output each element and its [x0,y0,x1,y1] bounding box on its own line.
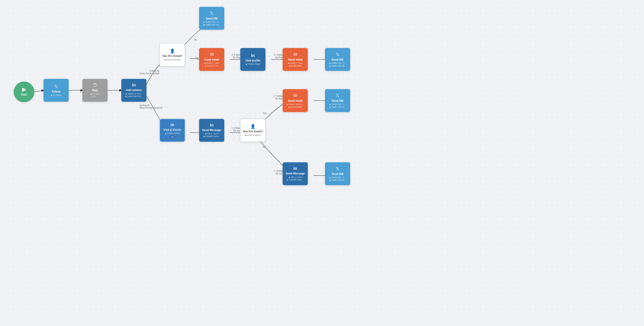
twitter-icon-mid: 𝕏 [336,93,340,98]
visit-enrich-title: Visit & Enrich [164,128,181,131]
send-email-1-sub2: Email #7770 [204,65,219,67]
linkedin-icon-msg1: in [210,123,214,128]
send-dm-mid-sub2: Twitter DM #a... [329,106,346,109]
has-pro-email-2-title: Has Pro Email? [243,130,263,133]
send-email-1-node[interactable]: ✉ Send email Email 1 - Sent Email #7770 [199,48,224,71]
wait-sub1: #2 Wait [90,93,99,96]
send-message-bot-sub1: DM 1 - Sent [287,176,304,179]
send-dm-right1-sub2: Twitter DM #6i... [329,65,346,67]
send-message-bot-sub2: Linkedin mess... [287,179,304,181]
has-pro-email-1-node[interactable]: 👤 Has Pro Email? Email Checked [160,43,185,66]
has-pro-email-2-node[interactable]: 👤 Has Pro Email? Email Checked [240,119,266,142]
label-yes: Yes [195,57,199,59]
send-dm-top-node[interactable]: 𝕏 Send DM Twitter DM - S... Twitter DM #… [199,7,224,30]
email-icon-mid: ✉ [294,93,297,98]
visit-profile-sub: Profile Visited [246,63,260,66]
start-node[interactable]: ▶ Start [14,82,34,102]
label-yes-2: Yes [263,112,266,114]
label-invite-not-accepted: If After 4d Invite Not Accepted [140,70,159,75]
visit-enrich-node[interactable]: in Visit & Enrich Profile Visited Old [160,119,185,142]
follow-node[interactable]: 𝕏 Follow #1 Follow [44,79,69,102]
send-email-mid-sub1: Email 1 post D... [286,103,304,106]
send-email-1-sub1: Email 1 - Sent [204,62,219,65]
twitter-icon-top: 𝕏 [210,10,214,16]
send-dm-bot-node[interactable]: 𝕏 Send DM Twitter DM - S... Twitter DM #… [325,162,350,185]
email-icon-2: ✉ [294,52,297,57]
twitter-icon-right1: 𝕏 [336,52,340,57]
visit-enrich-badge: Old [170,136,174,138]
send-dm-right1-sub1: Twitter DM - S... [329,62,346,65]
wait-sub2: ⏱2d [90,95,99,98]
send-message-1-node[interactable]: in Send Message DM 1 - Sent Linkedin mes… [199,119,224,142]
send-message-1-sub1: DM 1 - Sent [203,133,220,135]
wait-node[interactable]: ⏱ Wait #2 Wait ⏱2d [82,79,108,102]
send-message-1-title: Send Message [202,128,221,132]
send-message-bot-title: Send Message [286,172,304,175]
person-check-icon-2: 👤 [250,124,256,129]
twitter-icon: 𝕏 [54,84,58,89]
has-pro-email-1-title: Has Pro Email? [162,54,182,58]
send-email-1-title: Send email [204,58,219,61]
add-relation-sub2: Invite note #c6... [125,95,142,98]
send-dm-bot-title: Send DM [332,172,343,176]
person-check-icon: 👤 [170,48,175,53]
wait-title: Wait [92,89,98,92]
linkedin-icon: in [132,83,136,88]
add-relation-sub1: Added on Link... [125,93,142,95]
send-dm-top-title: Send DM [206,17,218,20]
send-dm-mid-node[interactable]: 𝕏 Send DM Twitter DM - S... Twitter DM #… [325,89,350,112]
send-dm-top-sub1: Twitter DM - S... [203,21,220,23]
send-dm-mid-title: Send DM [332,99,343,102]
send-message-1-sub2: Linkedin mess... [203,135,220,138]
twitter-icon-bot: 𝕏 [336,166,340,171]
send-email-2-sub1: Email 2 - Sent [288,62,303,65]
send-dm-mid-sub1: Twitter DM - S... [329,103,346,106]
linkedin-icon-bot: in [294,166,297,171]
has-pro-email-1-sub: Email Checked [164,58,180,61]
send-dm-bot-sub2: Twitter DM #b... [329,179,346,182]
send-dm-bot-sub1: Twitter DM - S... [329,176,346,179]
add-relation-title: Add relation [126,88,142,92]
play-icon: ▶ [22,87,26,93]
visit-profile-node[interactable]: in Visit profile Profile Visited [240,48,266,71]
send-email-mid-title: Send email [288,99,302,102]
label-no-2: No [263,146,266,148]
follow-sub1: #1 Follow [50,94,62,97]
send-dm-top-sub2: Twitter DM #a... [203,23,220,26]
visit-profile-title: Visit profile [245,59,260,62]
send-email-2-node[interactable]: ✉ Send email Email 2 - Sent Email #df85 [283,48,308,71]
send-email-2-title: Send email [288,58,302,61]
follow-title: Follow [52,90,60,93]
visit-enrich-sub1: Profile Visited [165,132,180,135]
send-dm-right1-title: Send DM [332,58,343,61]
send-message-bot-node[interactable]: in Send Message DM 1 - Sent Linkedin mes… [283,162,308,185]
send-email-mid-sub2: Email #ad29 [286,106,304,109]
has-pro-email-2-sub: Email Checked [245,134,261,137]
send-email-mid-node[interactable]: ✉ Send email Email 1 post D... Email #ad… [283,89,308,112]
clock-icon: ⏱ [93,82,97,88]
start-label: Start [21,93,27,96]
label-when-accept: During 4d When Accept Request [140,104,162,109]
linkedin-icon-enrich: in [170,123,174,127]
linkedin-icon-visit: in [251,53,255,58]
email-icon-1: ✉ [210,52,214,57]
add-relation-node[interactable]: in Add relation Added on Link... Invite … [121,79,146,102]
label-no-top: No [194,38,197,41]
send-dm-right1-node[interactable]: 𝕏 Send DM Twitter DM - S... Twitter DM #… [325,48,350,71]
send-email-2-sub2: Email #df85 [288,65,303,67]
